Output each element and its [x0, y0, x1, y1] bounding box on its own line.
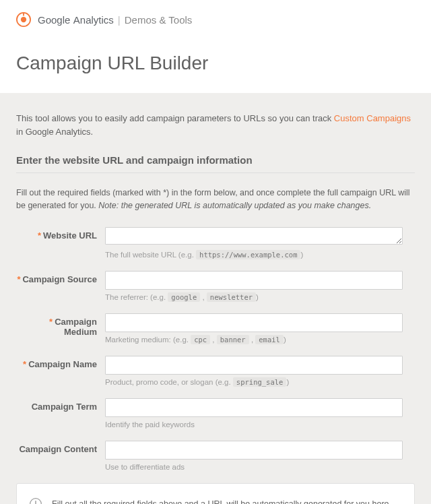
intro-text: This tool allows you to easily add campa…	[16, 112, 415, 138]
alert-icon	[29, 497, 42, 505]
brand-analytics: Analytics	[73, 14, 114, 26]
analytics-logo-icon	[16, 12, 31, 27]
hint-website-url: The full website URL (e.g. https://www.e…	[105, 251, 415, 259]
hint-campaign-content: Use to differentiate ads	[105, 463, 415, 471]
field-row-campaign-medium: *Campaign Medium Marketing medium: (e.g.…	[16, 313, 415, 344]
label-campaign-content: Campaign Content	[16, 441, 105, 471]
field-row-campaign-name: *Campaign Name Product, promo code, or s…	[16, 356, 415, 386]
app-header: Google Analytics | Demos & Tools	[0, 0, 431, 39]
instructions-note: Note: the generated URL is automatically…	[98, 201, 371, 210]
instructions: Fill out the required fields (marked wit…	[16, 187, 415, 212]
required-marker: *	[49, 317, 53, 327]
website-url-input[interactable]	[105, 227, 403, 245]
brand-demos: Demos & Tools	[125, 14, 193, 26]
svg-point-1	[21, 17, 26, 22]
campaign-name-input[interactable]	[105, 356, 403, 375]
hint-campaign-name: Product, promo code, or slogan (e.g. spr…	[105, 378, 415, 386]
required-marker: *	[38, 230, 41, 241]
content-panel: This tool allows you to easily add campa…	[0, 93, 431, 504]
label-campaign-term: Campaign Term	[16, 398, 105, 429]
title-area: Campaign URL Builder	[0, 39, 431, 93]
campaign-source-input[interactable]	[105, 271, 403, 290]
hint-campaign-medium: Marketing medium: (e.g. cpc , banner , e…	[105, 336, 415, 344]
label-website-url: *Website URL	[16, 227, 105, 259]
custom-campaigns-link[interactable]: Custom Campaigns	[334, 113, 411, 123]
intro-pre: This tool allows you to easily add campa…	[16, 113, 334, 123]
brand-separator: |	[118, 14, 121, 26]
field-row-website-url: *Website URL The full website URL (e.g. …	[16, 227, 415, 259]
label-campaign-name: *Campaign Name	[16, 356, 105, 386]
hint-campaign-term: Identify the paid keywords	[105, 420, 415, 429]
required-marker: *	[23, 359, 26, 369]
field-row-campaign-content: Campaign Content Use to differentiate ad…	[16, 441, 415, 471]
result-box: Fill out all the required fields above a…	[16, 483, 415, 505]
campaign-content-input[interactable]	[105, 441, 403, 460]
campaign-term-input[interactable]	[105, 398, 403, 417]
result-message: Fill out all the required fields above a…	[52, 499, 391, 505]
page-title: Campaign URL Builder	[16, 53, 415, 74]
label-campaign-source: *Campaign Source	[16, 271, 105, 301]
section-heading: Enter the website URL and campaign infor…	[16, 154, 415, 173]
field-row-campaign-term: Campaign Term Identify the paid keywords	[16, 398, 415, 429]
svg-rect-2	[23, 13, 24, 16]
field-row-campaign-source: *Campaign Source The referrer: (e.g. goo…	[16, 271, 415, 301]
label-campaign-medium: *Campaign Medium	[16, 313, 105, 344]
required-marker: *	[17, 274, 20, 284]
intro-post: in Google Analytics.	[16, 127, 93, 137]
campaign-medium-input[interactable]	[105, 313, 403, 332]
hint-campaign-source: The referrer: (e.g. google , newsletter)	[105, 293, 415, 301]
brand-google: Google	[38, 14, 70, 26]
